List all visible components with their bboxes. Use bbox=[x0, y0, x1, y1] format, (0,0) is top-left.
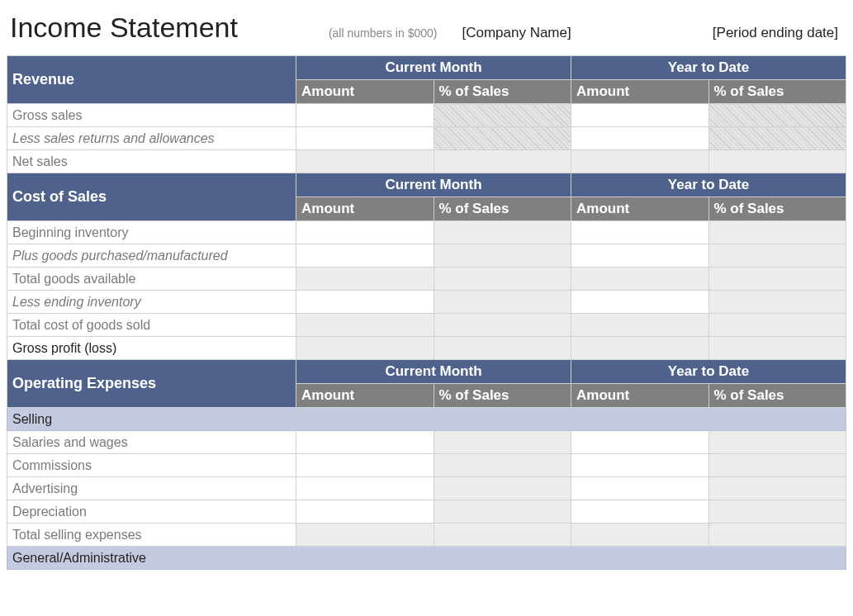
col-amount-cm: Amount bbox=[296, 197, 434, 221]
cell-disabled bbox=[434, 127, 571, 150]
cell-computed bbox=[708, 314, 846, 337]
cell-input[interactable] bbox=[296, 244, 434, 268]
cell-computed bbox=[708, 221, 846, 244]
cell-input[interactable] bbox=[296, 104, 434, 127]
cell-computed bbox=[571, 314, 709, 337]
label-gross-profit: Gross profit (loss) bbox=[7, 337, 296, 360]
col-pct-cm: % of Sales bbox=[434, 197, 571, 221]
subcategory-selling: Selling bbox=[7, 408, 846, 431]
col-amount-cm: Amount bbox=[296, 80, 434, 104]
col-pct-cm: % of Sales bbox=[434, 80, 571, 104]
cell-input[interactable] bbox=[296, 454, 434, 477]
cell-input[interactable] bbox=[296, 477, 434, 500]
cell-computed bbox=[708, 291, 846, 314]
col-pct-cm: % of Sales bbox=[434, 384, 571, 408]
cell-input[interactable] bbox=[571, 477, 709, 500]
label-beg-inv: Beginning inventory bbox=[7, 221, 296, 244]
cell-computed bbox=[571, 268, 709, 291]
cell-input[interactable] bbox=[571, 244, 709, 268]
cell-computed bbox=[296, 337, 434, 360]
cell-computed bbox=[708, 431, 846, 454]
company-name-placeholder[interactable]: [Company Name] bbox=[462, 25, 571, 41]
cell-computed bbox=[434, 337, 571, 360]
col-pct-ytd: % of Sales bbox=[708, 80, 846, 104]
col-pct-ytd: % of Sales bbox=[708, 384, 846, 408]
page-title: Income Statement bbox=[10, 12, 238, 44]
row-gross-profit: Gross profit (loss) bbox=[7, 337, 846, 360]
col-group-current-month: Current Month bbox=[296, 173, 571, 197]
cell-computed bbox=[708, 244, 846, 268]
cell-input[interactable] bbox=[296, 431, 434, 454]
cell-input[interactable] bbox=[296, 127, 434, 150]
cell-input[interactable] bbox=[571, 454, 709, 477]
section-header-cost-of-sales: Cost of Sales Current Month Year to Date bbox=[7, 173, 846, 197]
row-commissions: Commissions bbox=[7, 454, 846, 477]
period-ending-placeholder[interactable]: [Period ending date] bbox=[713, 25, 838, 41]
subcategory-general-admin: General/Administrative bbox=[7, 547, 846, 570]
col-amount-cm: Amount bbox=[296, 384, 434, 408]
cell-computed bbox=[434, 221, 571, 244]
cell-computed bbox=[708, 454, 846, 477]
cell-input[interactable] bbox=[571, 431, 709, 454]
cell-input[interactable] bbox=[571, 104, 709, 127]
cell-disabled bbox=[434, 104, 571, 127]
cell-input[interactable] bbox=[571, 127, 709, 150]
row-plus-goods: Plus goods purchased/manufactured bbox=[7, 244, 846, 268]
row-total-cogs: Total cost of goods sold bbox=[7, 314, 846, 337]
cell-computed bbox=[296, 268, 434, 291]
label-less-end-inv: Less ending inventory bbox=[7, 291, 296, 314]
cell-computed bbox=[434, 431, 571, 454]
cell-computed bbox=[296, 524, 434, 547]
cell-computed bbox=[708, 337, 846, 360]
label-total-avail: Total goods available bbox=[7, 268, 296, 291]
col-group-year-to-date: Year to Date bbox=[571, 56, 846, 80]
label-gross-sales: Gross sales bbox=[7, 104, 296, 127]
label-commissions: Commissions bbox=[7, 454, 296, 477]
cell-input[interactable] bbox=[571, 500, 709, 524]
label-total-cogs: Total cost of goods sold bbox=[7, 314, 296, 337]
row-net-sales: Net sales bbox=[7, 150, 846, 173]
cell-computed bbox=[296, 150, 434, 173]
col-pct-ytd: % of Sales bbox=[708, 197, 846, 221]
units-note: (all numbers in $000) bbox=[329, 26, 438, 40]
col-amount-ytd: Amount bbox=[571, 384, 709, 408]
subcategory-label-selling: Selling bbox=[7, 408, 846, 431]
cell-computed bbox=[434, 268, 571, 291]
cell-input[interactable] bbox=[571, 291, 709, 314]
section-title-operating-expenses: Operating Expenses bbox=[7, 360, 296, 408]
label-salaries: Salaries and wages bbox=[7, 431, 296, 454]
row-salaries-wages: Salaries and wages bbox=[7, 431, 846, 454]
cell-computed bbox=[434, 500, 571, 524]
col-group-year-to-date: Year to Date bbox=[571, 360, 846, 384]
label-net-sales: Net sales bbox=[7, 150, 296, 173]
cell-computed bbox=[708, 150, 846, 173]
section-header-operating-expenses: Operating Expenses Current Month Year to… bbox=[7, 360, 846, 384]
cell-computed bbox=[708, 477, 846, 500]
row-total-goods-available: Total goods available bbox=[7, 268, 846, 291]
label-total-selling: Total selling expenses bbox=[7, 524, 296, 547]
cell-computed bbox=[434, 291, 571, 314]
col-amount-ytd: Amount bbox=[571, 197, 709, 221]
income-statement-table: Revenue Current Month Year to Date Amoun… bbox=[7, 55, 846, 570]
cell-computed bbox=[708, 500, 846, 524]
cell-input[interactable] bbox=[296, 221, 434, 244]
cell-computed bbox=[571, 337, 709, 360]
section-title-cost-of-sales: Cost of Sales bbox=[7, 173, 296, 221]
cell-computed bbox=[708, 524, 846, 547]
cell-input[interactable] bbox=[296, 291, 434, 314]
row-less-ending-inventory: Less ending inventory bbox=[7, 291, 846, 314]
cell-input[interactable] bbox=[571, 221, 709, 244]
col-amount-ytd: Amount bbox=[571, 80, 709, 104]
cell-computed bbox=[434, 150, 571, 173]
cell-computed bbox=[571, 524, 709, 547]
label-depreciation: Depreciation bbox=[7, 500, 296, 524]
row-less-returns: Less sales returns and allowances bbox=[7, 127, 846, 150]
cell-computed bbox=[434, 454, 571, 477]
cell-input[interactable] bbox=[296, 500, 434, 524]
label-less-returns: Less sales returns and allowances bbox=[7, 127, 296, 150]
cell-computed bbox=[296, 314, 434, 337]
row-depreciation: Depreciation bbox=[7, 500, 846, 524]
section-title-revenue: Revenue bbox=[7, 56, 296, 104]
row-advertising: Advertising bbox=[7, 477, 846, 500]
cell-computed bbox=[434, 524, 571, 547]
